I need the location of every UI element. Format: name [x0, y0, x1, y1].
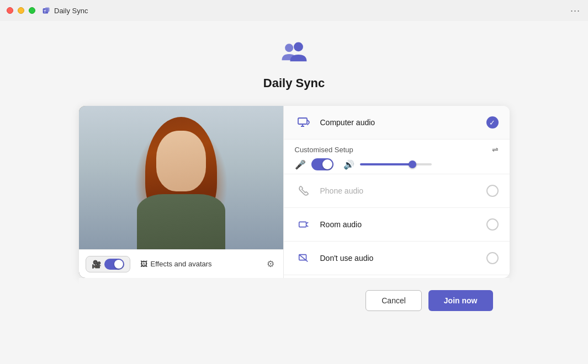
- computer-audio-label: Computer audio: [320, 118, 479, 127]
- svg-rect-8: [299, 222, 306, 227]
- audio-option-room[interactable]: Room audio: [284, 208, 510, 242]
- audio-option-phone[interactable]: Phone audio: [284, 174, 510, 208]
- titlebar: T Daily Sync ···: [0, 0, 588, 21]
- phone-audio-icon: [295, 182, 312, 200]
- volume-slider-thumb[interactable]: [409, 160, 416, 168]
- customised-label: Customised Setup: [295, 146, 353, 154]
- room-audio-radio: [486, 218, 499, 231]
- join-now-button[interactable]: Join now: [428, 290, 493, 311]
- camera-icon: 🎥: [92, 260, 101, 269]
- svg-point-4: [294, 42, 303, 51]
- mic-icon: 🎤: [295, 159, 306, 170]
- cancel-button[interactable]: Cancel: [365, 290, 422, 311]
- video-settings-button[interactable]: ⚙: [264, 256, 277, 271]
- main-content: Daily Sync 🎥 🖼 Effects and avatars: [0, 21, 588, 364]
- video-preview: [79, 106, 283, 249]
- svg-text:T: T: [44, 9, 46, 13]
- audio-panel: Computer audio ✓ Customised Setup ⇌ 🎤 🔊: [283, 106, 510, 278]
- speaker-icon: 🔊: [343, 159, 354, 170]
- titlebar-more-button[interactable]: ···: [570, 5, 580, 17]
- customised-header: Customised Setup ⇌: [295, 145, 499, 154]
- room-audio-icon: [295, 216, 312, 233]
- no-audio-label: Don't use audio: [320, 254, 479, 263]
- video-controls-bar: 🎥 🖼 Effects and avatars ⚙: [79, 249, 283, 278]
- person-face: [156, 131, 206, 191]
- bottom-actions: Cancel Join now: [79, 278, 510, 323]
- computer-audio-check: ✓: [486, 116, 499, 129]
- effects-avatars-button[interactable]: 🖼 Effects and avatars: [136, 258, 216, 270]
- teams-logo-icon: [278, 38, 311, 71]
- phone-audio-label: Phone audio: [320, 186, 479, 195]
- meeting-header: Daily Sync: [263, 38, 325, 90]
- teams-app-icon: T: [42, 6, 51, 15]
- computer-audio-icon: [295, 114, 312, 131]
- phone-audio-radio: [486, 185, 499, 197]
- volume-slider-container: [360, 163, 499, 165]
- traffic-lights: [7, 7, 35, 14]
- svg-point-3: [285, 44, 293, 52]
- no-audio-radio: [486, 252, 499, 264]
- camera-toggle-group[interactable]: 🎥: [86, 256, 130, 272]
- titlebar-title: Daily Sync: [54, 7, 88, 15]
- no-audio-icon: [295, 249, 312, 267]
- customised-setup-section: Customised Setup ⇌ 🎤 🔊: [284, 140, 510, 174]
- audio-option-none[interactable]: Don't use audio: [284, 242, 510, 275]
- customised-controls: 🎤 🔊: [295, 158, 499, 170]
- effects-label: Effects and avatars: [151, 260, 212, 268]
- close-button[interactable]: [7, 7, 13, 14]
- camera-toggle-switch[interactable]: [104, 259, 124, 270]
- maximize-button[interactable]: [29, 7, 35, 14]
- svg-rect-5: [298, 118, 307, 124]
- mic-toggle-switch[interactable]: [311, 158, 333, 170]
- meeting-title: Daily Sync: [263, 76, 325, 90]
- customised-settings-icon[interactable]: ⇌: [492, 145, 499, 154]
- minimize-button[interactable]: [18, 7, 24, 14]
- person-body: [137, 194, 225, 249]
- effects-icon: 🖼: [140, 260, 147, 268]
- audio-option-computer[interactable]: Computer audio ✓: [284, 106, 510, 140]
- room-audio-label: Room audio: [320, 220, 479, 229]
- setup-card: 🎥 🖼 Effects and avatars ⚙: [79, 106, 510, 278]
- volume-slider[interactable]: [360, 163, 432, 165]
- video-panel: 🎥 🖼 Effects and avatars ⚙: [79, 106, 283, 278]
